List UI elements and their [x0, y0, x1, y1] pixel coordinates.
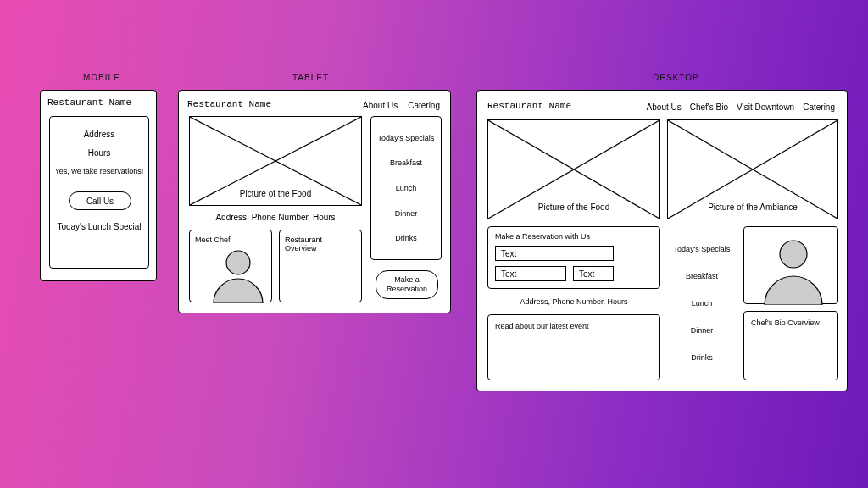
restaurant-overview-label: Restaurant Overview	[285, 236, 356, 252]
label-desktop: DESKTOP	[653, 73, 699, 82]
desktop-specials-panel: Today's Specials Breakfast Lunch Dinner …	[667, 226, 737, 380]
meet-chef-label: Meet Chef	[195, 236, 231, 244]
specials-lunch[interactable]: Lunch	[692, 299, 713, 308]
tablet-frame: Restaurant Name About Us Catering Pictur…	[178, 90, 451, 313]
mobile-hours: Hours	[88, 148, 111, 158]
make-reservation-label: Make a Reservation	[376, 275, 437, 294]
site-title: Restaurant Name	[47, 97, 131, 108]
site-title: Restaurant Name	[487, 101, 571, 111]
specials-drinks[interactable]: Drinks	[395, 234, 417, 242]
nav-catering[interactable]: Catering	[803, 103, 835, 112]
mobile-frame: Restaurant Name Address Hours Yes, we ta…	[40, 90, 157, 281]
desktop-address-line: Address, Phone Number, Hours	[487, 297, 660, 306]
label-mobile: MOBILE	[83, 73, 120, 82]
tablet-specials-panel: Today's Specials Breakfast Lunch Dinner …	[370, 116, 442, 260]
mobile-info-list: Address Hours Yes, we take reservations!	[50, 120, 148, 185]
reservation-title: Make a Reservation with Us	[495, 232, 590, 241]
tablet-nav: About Us Catering	[363, 101, 440, 110]
call-us-label: Call Us	[86, 197, 114, 206]
chef-bio-overview-label: Chef's Bio Overview	[751, 319, 820, 327]
tablet-address-line: Address, Phone Number, Hours	[189, 213, 362, 222]
label-tablet: TABLET	[292, 73, 329, 82]
reservation-form: Make a Reservation with Us Text Text Tex…	[487, 226, 660, 289]
mobile-panel: Address Hours Yes, we take reservations!…	[49, 116, 149, 269]
svg-point-7	[780, 241, 807, 268]
avatar-icon	[205, 244, 271, 303]
latest-event-card[interactable]: Read about our latest event	[487, 314, 660, 380]
nav-visit-downtown[interactable]: Visit Downtown	[737, 103, 794, 112]
chef-bio-overview-card[interactable]: Chef's Bio Overview	[743, 311, 838, 380]
specials-lunch[interactable]: Lunch	[396, 184, 417, 192]
food-image-placeholder: Picture of the Food	[487, 119, 660, 219]
site-title: Restaurant Name	[187, 99, 271, 109]
desktop-specials-list: Today's Specials Breakfast Lunch Dinner …	[667, 226, 737, 380]
specials-dinner[interactable]: Dinner	[691, 326, 714, 335]
meet-chef-card[interactable]: Meet Chef	[189, 230, 272, 302]
call-us-button[interactable]: Call Us	[69, 191, 131, 210]
specials-breakfast[interactable]: Breakfast	[390, 158, 422, 167]
svg-point-2	[226, 251, 250, 274]
specials-breakfast[interactable]: Breakfast	[686, 272, 718, 280]
food-image-placeholder: Picture of the Food	[189, 116, 362, 206]
desktop-nav: About Us Chef's Bio Visit Downtown Cater…	[647, 103, 835, 112]
nav-chefs-bio[interactable]: Chef's Bio	[690, 103, 728, 112]
restaurant-overview-card[interactable]: Restaurant Overview	[279, 230, 362, 302]
specials-title: Today's Specials	[378, 134, 435, 142]
tablet-specials-list: Today's Specials Breakfast Lunch Dinner …	[371, 117, 441, 259]
reservation-field-3[interactable]: Text	[573, 266, 614, 281]
food-caption: Picture of the Food	[190, 189, 361, 198]
specials-title: Today's Specials	[674, 245, 731, 253]
chef-photo-card	[743, 226, 838, 304]
make-reservation-button[interactable]: Make a Reservation	[376, 270, 438, 299]
mobile-reservations-note: Yes, we take reservations!	[55, 167, 144, 175]
nav-catering[interactable]: Catering	[408, 101, 440, 110]
latest-event-label: Read about our latest event	[495, 322, 589, 330]
reservation-field-2[interactable]: Text	[495, 266, 566, 281]
mobile-address: Address	[84, 130, 115, 139]
nav-about-us[interactable]: About Us	[647, 103, 682, 112]
desktop-frame: Restaurant Name About Us Chef's Bio Visi…	[476, 90, 848, 391]
avatar-icon	[763, 234, 837, 305]
specials-drinks[interactable]: Drinks	[691, 353, 713, 362]
ambiance-caption: Picture of the Ambiance	[668, 202, 837, 212]
mobile-lunch-special: Today's Lunch Special	[50, 222, 148, 231]
nav-about-us[interactable]: About Us	[363, 101, 398, 110]
ambiance-image-placeholder: Picture of the Ambiance	[667, 119, 838, 219]
food-caption: Picture of the Food	[488, 202, 659, 212]
reservation-field-1[interactable]: Text	[495, 246, 614, 261]
specials-dinner[interactable]: Dinner	[395, 209, 418, 218]
